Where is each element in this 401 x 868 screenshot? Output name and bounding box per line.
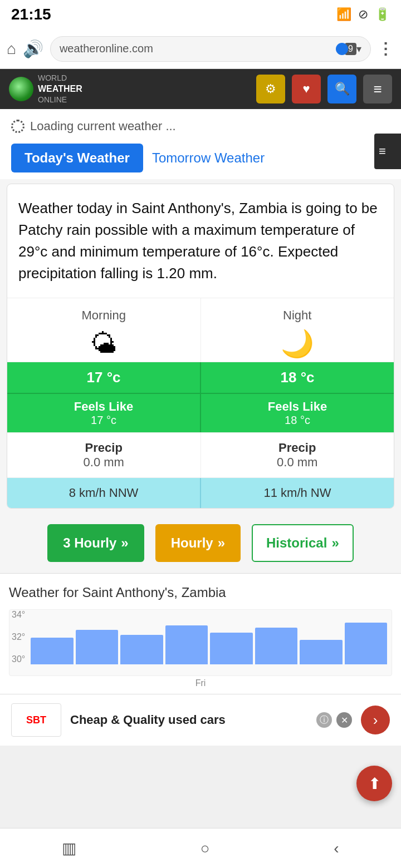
loading-spinner — [11, 120, 25, 133]
morning-feels-val: 17 °c — [7, 414, 200, 427]
sidebar-menu-icon[interactable]: ≡ — [374, 134, 401, 169]
favorites-button[interactable]: ♥ — [292, 75, 321, 103]
logo-line1: WORLD — [38, 73, 67, 82]
ad-text: Cheap & Quality used cars — [70, 713, 307, 727]
night-precip-val: 0.0 mm — [201, 455, 394, 470]
fab-button[interactable]: ⬆ — [356, 766, 392, 801]
nosim-icon: ⊘ — [358, 7, 368, 22]
logo-globe-icon — [9, 77, 33, 101]
nav-back-button[interactable]: ‹ — [334, 840, 339, 857]
battery-icon: 🔋 — [375, 7, 390, 22]
hourly-label: Hourly — [171, 535, 213, 551]
search-button[interactable]: 🔍 — [327, 75, 356, 103]
chevron-down-icon: ▾ — [356, 43, 361, 55]
night-temp: 18 °c — [200, 362, 394, 393]
three-hourly-label: 3 Hourly — [63, 535, 116, 551]
sound-icon[interactable]: 🔊 — [23, 39, 43, 58]
main-content: Loading current weather ... Today's Weat… — [0, 109, 401, 746]
morning-temp: 17 °c — [7, 362, 200, 393]
weather-summary: Weather today in Saint Anthony's, Zambia… — [7, 184, 394, 298]
morning-feels: Feels Like 17 °c — [7, 393, 200, 432]
action-buttons: 3 Hourly » Hourly » Historical » — [0, 513, 401, 573]
chart-bar — [165, 625, 208, 664]
temp-row: 17 °c 18 °c — [7, 362, 394, 393]
nav-bar: WORLD WEATHER ONLINE ⚙ ♥ 🔍 ≡ — [0, 69, 401, 109]
gear-icon: ⚙ — [265, 82, 276, 96]
chart-x-labels: Fri — [9, 678, 392, 688]
site-logo: WORLD WEATHER ONLINE — [9, 73, 250, 105]
feels-row: Feels Like 17 °c Feels Like 18 °c — [7, 393, 394, 432]
chart-bar — [120, 635, 163, 664]
night-label: Night — [283, 308, 311, 323]
url-bar[interactable]: weatheronline.com 9 ▾ — [50, 36, 371, 62]
tab-tomorrow[interactable]: Tomorrow Weather — [152, 150, 265, 166]
tab-today[interactable]: Today's Weather — [11, 144, 143, 172]
night-wind: 11 km/h NW — [200, 478, 394, 508]
ad-logo: SBT — [11, 703, 61, 737]
morning-feels-label: Feels Like — [7, 400, 200, 414]
morning-precip: Precip 0.0 mm — [7, 433, 200, 477]
morning-precip-label: Precip — [7, 441, 200, 455]
home-icon[interactable]: ⌂ — [7, 40, 16, 58]
wind-row: 8 km/h NNW 11 km/h NW — [7, 477, 394, 508]
night-precip: Precip 0.0 mm — [200, 433, 394, 477]
morning-precip-val: 0.0 mm — [7, 455, 200, 470]
precip-row: Precip 0.0 mm Precip 0.0 mm — [7, 432, 394, 477]
hourly-button[interactable]: Hourly » — [155, 524, 241, 562]
chart-bar — [255, 628, 298, 664]
upload-icon: ⬆ — [368, 775, 381, 793]
chart-bar — [31, 638, 74, 664]
chart-y-label-1: 34° — [12, 610, 25, 620]
three-hourly-arrow: » — [121, 535, 128, 551]
chart-y-label-2: 32° — [12, 632, 25, 642]
settings-button[interactable]: ⚙ — [256, 75, 285, 103]
night-icon: 🌙 — [281, 328, 314, 359]
historical-button[interactable]: Historical » — [252, 524, 354, 562]
loading-bar: Loading current weather ... — [0, 109, 401, 144]
more-menu-icon[interactable]: ⋮ — [378, 40, 394, 58]
weather-tabs: Today's Weather Tomorrow Weather — [0, 144, 401, 179]
morning-wind: 8 km/h NNW — [7, 478, 200, 508]
bottom-navigation: ▥ ○ ‹ — [0, 828, 401, 868]
ad-close-icon[interactable]: ✕ — [336, 712, 352, 728]
weather-card: Weather today in Saint Anthony's, Zambia… — [7, 184, 394, 509]
day-parts: Morning 🌤 Night 🌙 — [7, 298, 394, 362]
loading-text: Loading current weather ... — [30, 119, 176, 134]
status-time: 21:15 — [11, 6, 51, 23]
url-text: weatheronline.com — [60, 42, 343, 55]
ad-controls: ⓘ ✕ — [316, 712, 352, 728]
nav-home-button[interactable]: ○ — [200, 840, 210, 857]
chart-x-label-fri: Fri — [195, 678, 206, 688]
ad-next-button[interactable]: › — [361, 706, 390, 734]
chart-y-labels: 34° 32° 30° — [12, 610, 25, 664]
morning-part: Morning 🌤 — [7, 298, 200, 362]
chart-bar — [76, 630, 119, 664]
morning-label: Morning — [82, 308, 126, 323]
browser-bar: ⌂ 🔊 weatheronline.com 9 ▾ ⋮ — [0, 29, 401, 69]
chart-bar — [210, 633, 253, 664]
hamburger-icon: ≡ — [373, 81, 382, 98]
three-hourly-button[interactable]: 3 Hourly » — [47, 524, 144, 562]
chart-area: 34° 32° 30° — [9, 609, 392, 676]
menu-button[interactable]: ≡ — [363, 75, 392, 103]
chart-y-label-3: 30° — [12, 654, 25, 664]
ad-next-icon: › — [373, 712, 378, 729]
ad-banner: SBT Cheap & Quality used cars ⓘ ✕ › — [0, 694, 401, 746]
historical-arrow: » — [331, 535, 339, 551]
night-feels: Feels Like 18 °c — [200, 393, 394, 432]
night-feels-label: Feels Like — [201, 400, 394, 414]
night-feels-val: 18 °c — [201, 414, 394, 427]
chart-bar — [300, 640, 343, 664]
hourly-arrow: » — [218, 535, 225, 551]
nav-recents-button[interactable]: ▥ — [62, 839, 76, 857]
heart-icon: ♥ — [302, 82, 310, 96]
chart-section: Weather for Saint Anthony's, Zambia 34° … — [0, 573, 401, 694]
ad-info-icon[interactable]: ⓘ — [316, 712, 332, 728]
chart-title: Weather for Saint Anthony's, Zambia — [9, 585, 392, 600]
logo-line3: ONLINE — [38, 95, 67, 104]
status-bar: 21:15 📶 ⊘ 🔋 — [0, 0, 401, 29]
night-precip-label: Precip — [201, 441, 394, 455]
ad-logo-text: SBT — [26, 714, 46, 726]
logo-line2: WEATHER — [38, 84, 82, 93]
historical-label: Historical — [266, 535, 327, 551]
